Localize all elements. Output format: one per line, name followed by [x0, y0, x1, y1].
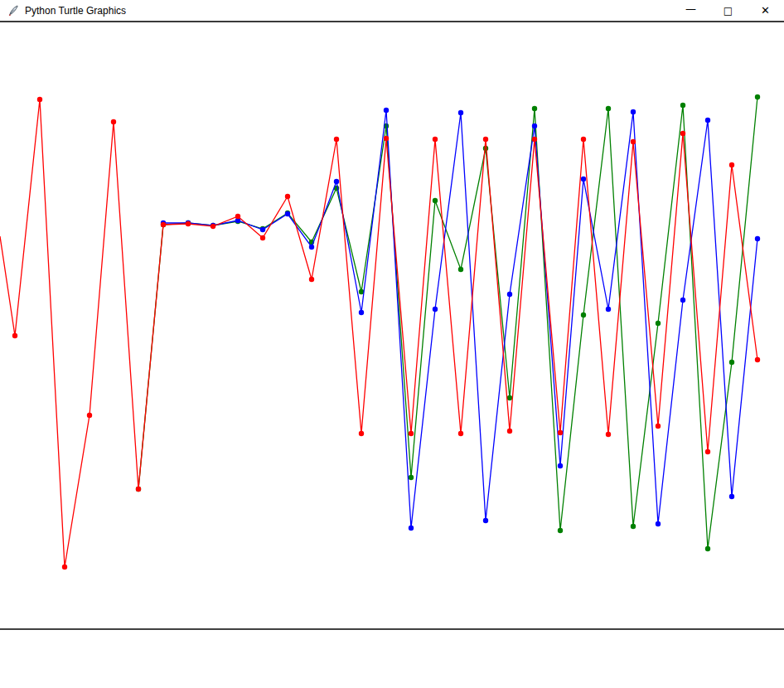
data-point-green: [631, 524, 636, 529]
data-point-red: [136, 487, 141, 492]
data-point-green: [409, 475, 414, 480]
data-point-green: [433, 198, 438, 203]
data-point-red: [532, 137, 537, 142]
data-point-blue: [705, 118, 710, 123]
data-point-red: [558, 430, 563, 435]
maximize-button[interactable]: □: [709, 0, 747, 21]
data-point-blue: [309, 245, 314, 250]
data-point-blue: [359, 310, 364, 315]
data-point-blue: [285, 211, 290, 216]
data-point-red: [631, 139, 636, 144]
data-point-green: [581, 313, 586, 317]
data-point-red: [433, 137, 438, 142]
turtle-canvas: [0, 22, 784, 688]
data-point-red: [384, 136, 389, 141]
data-point-red: [359, 431, 364, 436]
data-point-red: [729, 162, 734, 167]
data-point-blue: [458, 110, 463, 115]
window-title: Python Turtle Graphics: [25, 4, 126, 17]
data-point-blue: [755, 236, 760, 241]
data-point-green: [558, 528, 563, 533]
data-point-blue: [483, 518, 488, 523]
data-point-green: [458, 267, 463, 272]
data-point-red: [606, 432, 611, 437]
data-point-green: [483, 146, 488, 151]
data-point-red: [12, 333, 17, 338]
data-point-blue: [680, 298, 685, 303]
data-point-red: [755, 357, 760, 362]
data-point-red: [211, 224, 215, 229]
data-point-red: [260, 235, 265, 240]
data-point-green: [507, 395, 512, 400]
data-point-blue: [532, 124, 537, 128]
data-point-red: [161, 222, 166, 227]
canvas-area: [0, 22, 784, 688]
data-point-blue: [260, 227, 265, 232]
turtle-window: Python Turtle Graphics — □ ✕: [0, 0, 784, 688]
data-point-green: [705, 546, 710, 551]
data-point-blue: [606, 307, 611, 312]
minimize-button[interactable]: —: [672, 0, 709, 21]
data-point-red: [581, 137, 586, 142]
data-point-red: [680, 131, 685, 136]
data-point-red: [62, 564, 67, 569]
series-line-blue: [163, 110, 757, 528]
data-point-blue: [656, 521, 661, 526]
data-point-red: [334, 137, 339, 142]
data-point-blue: [631, 109, 636, 114]
data-point-blue: [581, 177, 586, 182]
data-point-blue: [409, 526, 414, 531]
close-icon: ✕: [761, 5, 770, 16]
title-bar: Python Turtle Graphics — □ ✕: [0, 0, 784, 22]
data-point-red: [285, 194, 290, 199]
data-point-red: [235, 214, 240, 219]
data-point-red: [87, 413, 92, 418]
data-point-red: [409, 431, 414, 436]
data-point-blue: [334, 179, 339, 184]
data-point-green: [729, 360, 734, 365]
data-point-red: [656, 424, 661, 429]
data-point-blue: [384, 108, 389, 113]
data-point-red: [111, 119, 116, 124]
app-icon: [7, 4, 20, 17]
data-point-red: [186, 221, 191, 226]
data-point-red: [458, 431, 463, 436]
maximize-icon: □: [724, 6, 733, 16]
data-point-green: [532, 106, 537, 111]
data-point-red: [705, 449, 710, 454]
close-button[interactable]: ✕: [747, 0, 784, 21]
data-point-blue: [729, 494, 734, 499]
data-point-red: [37, 97, 42, 102]
data-point-red: [309, 277, 314, 282]
data-point-green: [680, 103, 685, 108]
data-point-green: [606, 106, 611, 111]
data-point-green: [656, 321, 661, 326]
data-point-red: [483, 137, 488, 142]
data-point-blue: [558, 463, 563, 468]
data-point-blue: [433, 307, 438, 312]
data-point-blue: [507, 292, 512, 297]
series-line-green: [138, 97, 757, 549]
data-point-green: [755, 94, 760, 99]
data-point-red: [507, 429, 512, 434]
feather-icon: [7, 5, 19, 17]
minimize-icon: —: [685, 3, 696, 14]
